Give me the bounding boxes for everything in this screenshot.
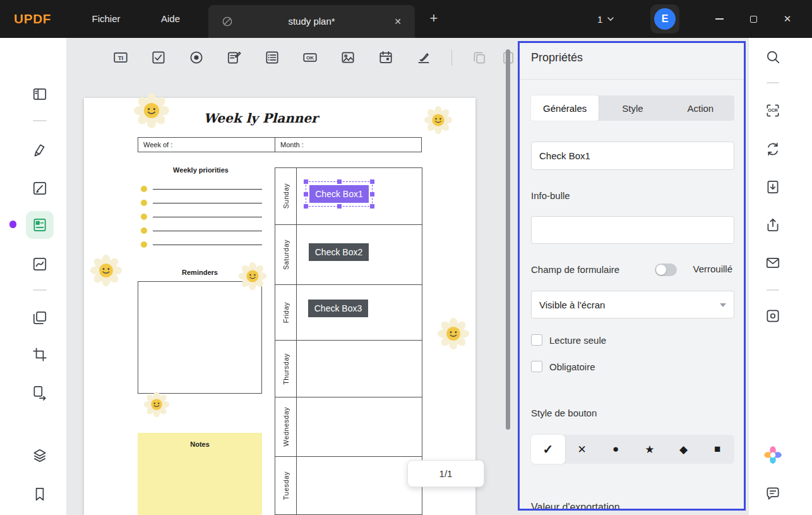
reminders-box — [138, 281, 262, 394]
chat-icon[interactable] — [765, 485, 781, 502]
day-label: Thursday — [282, 353, 290, 385]
crop-icon[interactable] — [32, 346, 48, 363]
notes-label: Notes — [138, 440, 262, 448]
toolbar-divider — [451, 50, 452, 66]
tab-action-label: Action — [687, 103, 713, 114]
planner-title: Week ly Planner — [166, 111, 355, 126]
vertical-scrollbar[interactable] — [506, 49, 510, 430]
reader-view-icon[interactable] — [32, 86, 48, 102]
flower-decoration — [238, 262, 267, 291]
field-name-input[interactable] — [531, 142, 734, 170]
email-icon[interactable] — [765, 255, 781, 271]
tab-action[interactable]: Action — [667, 95, 734, 121]
page-count-dropdown[interactable]: 1 — [597, 0, 614, 38]
tab-generales[interactable]: Générales — [531, 95, 599, 121]
week-of-label: Week of : — [138, 138, 275, 152]
left-tool-rail — [0, 38, 66, 515]
compress-icon[interactable] — [765, 179, 781, 195]
list-box-field-tool-icon[interactable] — [264, 49, 280, 66]
day-grid: Sunday Saturday Friday Thursday Wednesda… — [275, 167, 422, 515]
tab-close-icon[interactable]: ✕ — [391, 15, 405, 28]
combo-box-field-tool-icon[interactable] — [226, 49, 242, 66]
button-field-glyph: OK — [306, 55, 314, 61]
forms-icon[interactable] — [32, 217, 48, 233]
slideshow-icon[interactable] — [765, 308, 781, 324]
style-diamond-option[interactable]: ◆ — [667, 435, 701, 464]
properties-title: Propriétés — [531, 51, 583, 64]
readonly-row[interactable]: Lecture seule — [531, 334, 606, 346]
window-maximize-button[interactable] — [739, 0, 767, 38]
pdf-page[interactable]: Week ly Planner Week of : Month : Weekly… — [84, 98, 475, 515]
ocr-icon[interactable]: OCR — [765, 102, 781, 119]
convert-icon[interactable] — [765, 141, 781, 157]
day-row: Tuesday — [275, 457, 422, 514]
checkbox-field-2[interactable]: Check Box2 — [309, 243, 369, 261]
ai-assistant-icon[interactable] — [763, 445, 782, 464]
share-icon[interactable] — [765, 217, 781, 233]
annotate-icon[interactable] — [32, 142, 48, 159]
organize-pages-icon[interactable] — [32, 310, 48, 326]
sign-icon[interactable] — [32, 256, 48, 272]
style-check-option[interactable]: ✓ — [531, 435, 565, 464]
checkbox-field-1-label: Check Box1 — [315, 189, 362, 199]
window-close-button[interactable]: ✕ — [773, 0, 801, 38]
checkbox-field-tool-icon[interactable] — [150, 49, 167, 66]
account-button[interactable]: E — [650, 4, 679, 33]
text-field-tool-icon[interactable]: TI — [112, 49, 129, 66]
weekly-priorities-label: Weekly priorities — [138, 166, 264, 174]
priority-line — [138, 213, 262, 221]
divider — [767, 82, 779, 83]
tab-style[interactable]: Style — [599, 95, 666, 121]
radio-button-field-tool-icon[interactable] — [188, 49, 205, 66]
divider — [767, 289, 779, 291]
document-tab[interactable]: study plan* ✕ — [208, 5, 415, 38]
window-minimize-button[interactable] — [705, 0, 733, 38]
style-circle-option[interactable]: ● — [599, 435, 633, 464]
style-cross-option[interactable]: ✕ — [565, 435, 599, 464]
required-checkbox[interactable] — [531, 361, 542, 372]
convert-icon[interactable] — [32, 384, 48, 401]
divider — [33, 120, 47, 121]
minimize-icon — [715, 18, 724, 20]
updf-app: UPDF Fichier Aide study plan* ✕ + 1 E ✕ — [0, 0, 812, 515]
properties-panel: Propriétés Générales Style Action Info-b… — [518, 41, 746, 511]
active-group-indicator — [9, 221, 16, 228]
date-field-tool-icon[interactable] — [378, 49, 394, 66]
layers-icon[interactable] — [32, 447, 48, 464]
button-style-options: ✓ ✕ ● ★ ◆ ■ — [531, 435, 734, 464]
priority-line — [138, 185, 262, 193]
search-icon[interactable] — [765, 49, 781, 65]
properties-tabs: Générales Style Action — [531, 95, 734, 121]
copy-icon[interactable] — [471, 49, 487, 66]
locked-toggle[interactable] — [655, 264, 677, 276]
maximize-icon — [750, 16, 757, 23]
visibility-select[interactable]: Visible à l'écran — [531, 291, 734, 318]
style-square-option[interactable]: ■ — [700, 435, 734, 464]
checkbox-field-2-label: Check Box2 — [315, 247, 362, 257]
page-indicator[interactable]: 1/1 — [407, 460, 484, 487]
readonly-checkbox[interactable] — [531, 334, 542, 346]
priority-line — [138, 227, 262, 234]
style-star-option[interactable]: ★ — [633, 435, 667, 464]
checkbox-field-1[interactable]: Check Box1 — [309, 185, 369, 203]
required-row[interactable]: Obligatoire — [531, 361, 595, 372]
day-label: Sunday — [282, 183, 290, 209]
checkbox-field-3[interactable]: Check Box3 — [308, 300, 368, 317]
signature-field-tool-icon[interactable] — [415, 49, 432, 66]
new-tab-button[interactable]: + — [424, 9, 443, 28]
priority-line — [138, 199, 262, 207]
divider — [33, 289, 47, 291]
bookmark-icon[interactable] — [32, 486, 48, 502]
day-label: Tuesday — [282, 471, 290, 500]
export-value-label: Valeur d'exportation — [531, 502, 620, 511]
button-field-tool-icon[interactable]: OK — [302, 49, 318, 66]
tooltip-input[interactable] — [531, 216, 734, 244]
page-count-value: 1 — [597, 14, 602, 25]
menu-fichier[interactable]: Fichier — [88, 0, 124, 38]
required-label: Obligatoire — [549, 361, 595, 372]
month-label: Month : — [275, 138, 421, 152]
image-field-tool-icon[interactable] — [340, 49, 356, 66]
edit-icon[interactable] — [32, 180, 48, 197]
menu-aide[interactable]: Aide — [155, 0, 186, 38]
titlebar: UPDF Fichier Aide study plan* ✕ + 1 E ✕ — [0, 0, 812, 38]
